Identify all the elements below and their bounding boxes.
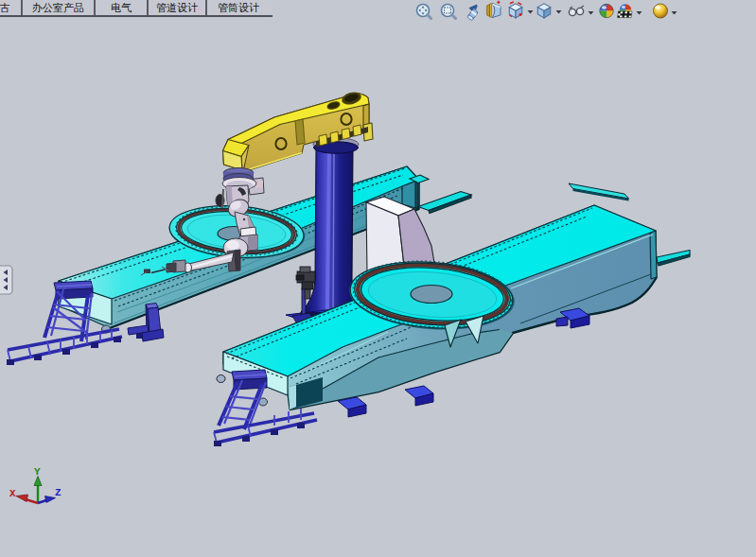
svg-text:X: X xyxy=(9,488,16,499)
svg-text:Y: Y xyxy=(34,466,41,478)
svg-text:Z: Z xyxy=(55,487,62,498)
